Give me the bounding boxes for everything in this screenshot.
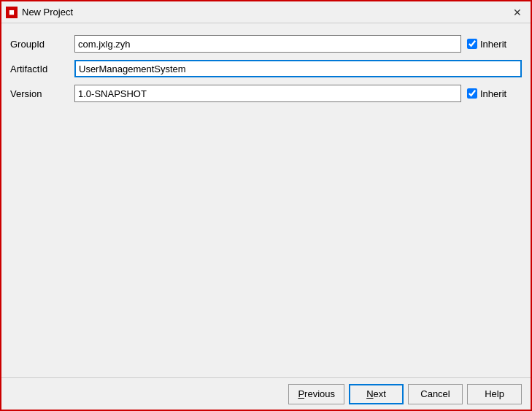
version-inherit-container: Inherit xyxy=(467,88,522,99)
groupid-input[interactable] xyxy=(74,35,461,53)
dialog-icon: ■ xyxy=(6,7,18,18)
artifactid-input[interactable] xyxy=(74,60,522,77)
next-button[interactable]: Next xyxy=(349,384,404,404)
title-bar: ■ New Project ✕ xyxy=(1,1,531,23)
previous-button[interactable]: Previous xyxy=(288,384,344,404)
close-button[interactable]: ✕ xyxy=(509,4,526,20)
version-input[interactable] xyxy=(74,85,461,102)
dialog-title: New Project xyxy=(22,7,504,18)
form-content: GroupId Inherit ArtifactId Version Inher… xyxy=(1,23,531,377)
version-inherit-label: Inherit xyxy=(480,88,506,99)
cancel-button[interactable]: Cancel xyxy=(408,384,463,404)
next-underline: N xyxy=(366,388,373,399)
groupid-inherit-label: Inherit xyxy=(480,39,506,50)
artifactid-label: ArtifactId xyxy=(10,64,69,74)
help-button[interactable]: Help xyxy=(467,384,522,404)
version-label: Version xyxy=(10,88,69,99)
groupid-label: GroupId xyxy=(10,39,69,50)
version-inherit-checkbox[interactable] xyxy=(467,88,477,99)
groupid-inherit-container: Inherit xyxy=(467,39,522,50)
button-bar: Previous Next Cancel Help xyxy=(1,377,531,410)
artifactid-row: ArtifactId xyxy=(10,60,522,77)
groupid-row: GroupId Inherit xyxy=(10,35,522,53)
groupid-inherit-checkbox[interactable] xyxy=(467,39,477,49)
content-spacer xyxy=(10,110,522,366)
version-row: Version Inherit xyxy=(10,85,522,102)
new-project-dialog: ■ New Project ✕ GroupId Inherit Artifact… xyxy=(0,0,532,411)
